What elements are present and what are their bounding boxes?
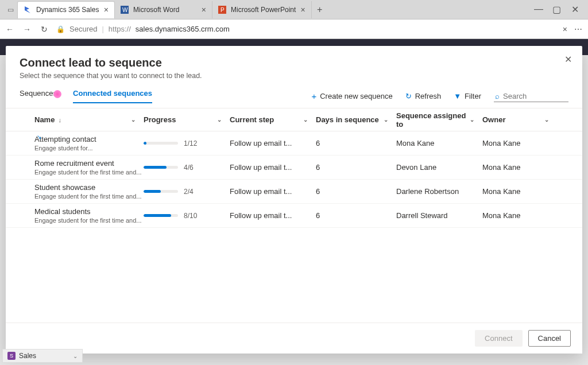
search-input[interactable]: [503, 92, 560, 100]
maximize-icon[interactable]: ▢: [552, 4, 560, 15]
table-header: Name↓⌄ Progress⌄ Current step⌄ Days in s…: [6, 108, 582, 131]
refresh-label: Refresh: [415, 92, 442, 100]
name-cell: Student showcaseEngage student for the f…: [34, 183, 144, 200]
table-row[interactable]: Medical studentsEngage student for the f…: [6, 204, 582, 228]
tab-connected-sequences[interactable]: Connected sequences: [73, 89, 152, 103]
row-subtitle: Engage student for the first time and...: [34, 193, 144, 200]
tab-strip: ▭ Dynamics 365 Sales × W Microsoft Word …: [0, 0, 588, 20]
search-field[interactable]: ⌕: [494, 91, 568, 102]
connect-lead-modal: Connect lead to sequence Select the sequ…: [6, 46, 582, 354]
more-icon[interactable]: ⋯: [574, 25, 583, 34]
cancel-button[interactable]: Cancel: [528, 330, 571, 347]
current-step: Follow up email t...: [230, 211, 316, 220]
svg-text:P: P: [220, 7, 225, 13]
modal-subtitle: Select the sequence that you want to con…: [20, 72, 568, 80]
chevron-down-icon: ⌄: [384, 117, 396, 123]
name-cell: Rome recruitment eventEngage student for…: [34, 159, 144, 176]
col-days[interactable]: Days in sequence⌄: [316, 115, 396, 124]
dynamics-icon: [24, 6, 32, 14]
name-cell: Attempting contactEngage student for...: [34, 135, 144, 152]
close-icon[interactable]: ×: [300, 5, 305, 14]
progress-bar: [144, 214, 178, 217]
chevron-down-icon: ⌄: [544, 117, 557, 123]
row-name: Attempting contact: [34, 135, 144, 143]
col-owner[interactable]: Owner⌄: [482, 115, 557, 124]
tab-label: Microsoft Word: [133, 6, 179, 14]
progress-label: 2/4: [184, 188, 194, 196]
current-step: Follow up email t...: [230, 187, 316, 196]
col-step-label: Current step: [230, 115, 274, 124]
progress-cell: 4/6: [144, 164, 230, 172]
modal-title: Connect lead to sequence: [20, 56, 568, 69]
close-icon[interactable]: ×: [104, 5, 109, 14]
sidebar-app-switcher[interactable]: S Sales ⌄: [2, 349, 83, 363]
back-button[interactable]: ←: [5, 25, 15, 34]
progress-label: 4/6: [184, 164, 194, 172]
days-in-sequence: 6: [316, 187, 396, 196]
chevron-down-icon: ⌄: [131, 117, 144, 123]
tab-sequences[interactable]: Sequences: [20, 89, 61, 103]
col-assigned[interactable]: Sequence assigned to⌄: [396, 111, 482, 129]
close-window-icon[interactable]: ✕: [571, 4, 579, 15]
browser-tab-2[interactable]: W Microsoft Word ×: [115, 1, 212, 18]
create-sequence-button[interactable]: + Create new sequence: [311, 91, 392, 101]
chevron-down-icon: ⌄: [73, 353, 78, 359]
tab-label: Dynamics 365 Sales: [36, 6, 99, 14]
svg-text:W: W: [122, 7, 128, 13]
col-name[interactable]: Name↓⌄: [34, 115, 144, 124]
name-cell: Medical studentsEngage student for the f…: [34, 207, 144, 224]
row-subtitle: Engage student for...: [34, 145, 144, 152]
chevron-down-icon: ⌄: [303, 117, 316, 123]
forward-button[interactable]: →: [22, 25, 32, 34]
progress-bar: [144, 190, 178, 193]
assigned-to: Devon Lane: [396, 163, 482, 172]
progress-bar: [144, 166, 178, 169]
col-name-label: Name: [34, 115, 55, 124]
row-name: Medical students: [34, 207, 144, 216]
table-row[interactable]: Student showcaseEngage student for the f…: [6, 180, 582, 204]
assigned-to: Darlene Robertson: [396, 187, 482, 196]
col-progress-label: Progress: [144, 115, 176, 124]
col-current-step[interactable]: Current step⌄: [230, 115, 316, 124]
close-icon[interactable]: ✕: [564, 54, 572, 65]
modal-header: Connect lead to sequence Select the sequ…: [6, 46, 582, 83]
row-subtitle: Engage student for the first time and...: [34, 217, 144, 224]
owner: Mona Kane: [482, 187, 557, 196]
url-display[interactable]: 🔒 Secured | https://sales.dynamics365.cr…: [56, 25, 556, 33]
col-progress[interactable]: Progress⌄: [144, 115, 230, 124]
url-host: sales.dynamics365.crm.com: [136, 25, 230, 33]
filter-label: Filter: [465, 92, 481, 100]
progress-label: 1/12: [184, 139, 197, 147]
browser-tab-3[interactable]: P Microsoft PowerPoint ×: [212, 1, 312, 18]
modal-tabs: Sequences Connected sequences: [20, 89, 152, 103]
cursor-icon: [53, 90, 61, 98]
filter-button[interactable]: ▼ Filter: [454, 92, 481, 100]
owner: Mona Kane: [482, 163, 557, 172]
chevron-down-icon: ⌄: [217, 117, 230, 123]
owner: Mona Kane: [482, 139, 557, 147]
refresh-button[interactable]: ↻ Refresh: [405, 92, 442, 100]
sequence-table: Name↓⌄ Progress⌄ Current step⌄ Days in s…: [6, 108, 582, 323]
table-row[interactable]: ↘Attempting contactEngage student for...…: [6, 131, 582, 156]
minimize-icon[interactable]: —: [534, 4, 542, 15]
tab-preview-icon[interactable]: ▭: [3, 3, 17, 17]
connect-button[interactable]: Connect: [475, 330, 522, 347]
assigned-to: Darrell Steward: [396, 211, 482, 220]
table-row[interactable]: Rome recruitment eventEngage student for…: [6, 156, 582, 180]
current-step: Follow up email t...: [230, 163, 316, 172]
refresh-button[interactable]: ↻: [39, 25, 49, 34]
url-prefix: https://: [109, 25, 131, 33]
new-tab-button[interactable]: +: [312, 5, 328, 15]
progress-cell: 8/10: [144, 212, 230, 220]
owner: Mona Kane: [482, 211, 557, 220]
app-badge: S: [7, 352, 16, 360]
col-owner-label: Owner: [482, 115, 505, 124]
refresh-icon: ↻: [405, 92, 412, 100]
progress-cell: 2/4: [144, 188, 230, 196]
close-icon[interactable]: ×: [202, 5, 206, 14]
browser-tab-1[interactable]: Dynamics 365 Sales ×: [17, 1, 115, 18]
filter-icon: ▼: [454, 92, 461, 100]
progress-cell: 1/12: [144, 139, 230, 147]
row-name: Rome recruitment event: [34, 159, 144, 168]
clear-url-icon[interactable]: ×: [563, 25, 567, 34]
